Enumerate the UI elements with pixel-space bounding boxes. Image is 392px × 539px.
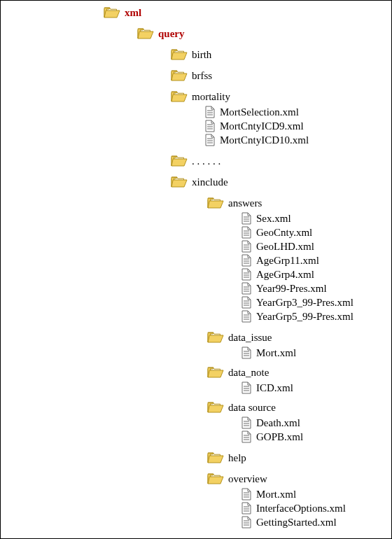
folder-label: . . . . . .: [192, 156, 220, 167]
file-icon: [241, 268, 252, 281]
file-label: MortSelection.xml: [220, 107, 299, 118]
file-label: Sex.xml: [256, 214, 291, 224]
file-geolhd[interactable]: GeoLHD.xml: [241, 239, 314, 254]
file-death[interactable]: Death.xml: [241, 415, 300, 430]
file-icon: [241, 296, 252, 309]
file-yeargrp3[interactable]: YearGrp3_99-Pres.xml: [241, 295, 354, 310]
file-label: YearGrp5_99-Pres.xml: [256, 312, 354, 322]
file-gettingstarted[interactable]: GettingStarted.xml: [241, 514, 337, 530]
file-icon: [204, 134, 216, 146]
folder-xinclude[interactable]: xinclude: [171, 174, 228, 190]
folder-open-icon: [207, 366, 224, 379]
file-label: GettingStarted.xml: [256, 517, 337, 528]
folder-label: query: [158, 29, 185, 39]
file-icon: [241, 282, 252, 295]
file-label: InterfaceOptions.xml: [256, 503, 346, 514]
file-label: Mort.xml: [256, 348, 296, 358]
file-label: Death.xml: [256, 418, 300, 428]
file-label: MortCntyICD9.xml: [220, 121, 304, 132]
folder-help[interactable]: help: [207, 450, 246, 465]
file-label: YearGrp3_99-Pres.xml: [256, 298, 354, 308]
folder-open-icon: [207, 331, 224, 344]
file-mortcntyicd10[interactable]: MortCntyICD10.xml: [204, 132, 309, 148]
file-label: GOPB.xml: [256, 432, 303, 442]
folder-label: data_issue: [228, 332, 272, 343]
file-icon: [241, 254, 252, 267]
file-icon: [241, 212, 252, 225]
folder-overview[interactable]: overview: [207, 471, 267, 486]
folder-brfss[interactable]: brfss: [171, 68, 212, 83]
file-label: MortCntyICD10.xml: [220, 135, 309, 146]
file-sex[interactable]: Sex.xml: [241, 211, 291, 226]
folder-data-issue[interactable]: data_issue: [207, 330, 272, 345]
file-icon: [241, 226, 252, 239]
file-icon: [241, 488, 252, 500]
file-icon: [241, 346, 252, 359]
file-label: Mort.xml: [256, 489, 296, 500]
folder-birth[interactable]: birth: [171, 47, 211, 62]
file-icon: [241, 502, 252, 514]
folder-label: brfss: [192, 71, 212, 81]
folder-label: xinclude: [192, 177, 228, 188]
file-interfaceoptions[interactable]: InterfaceOptions.xml: [241, 500, 346, 516]
file-yeargrp5[interactable]: YearGrp5_99-Pres.xml: [241, 309, 354, 324]
file-mortcntyicd9[interactable]: MortCntyICD9.xml: [204, 118, 304, 134]
file-geocnty[interactable]: GeoCnty.xml: [241, 225, 312, 240]
folder-data-source[interactable]: data source: [207, 400, 276, 415]
folder-answers[interactable]: answers: [207, 195, 262, 211]
file-mort-overview[interactable]: Mort.xml: [241, 486, 296, 502]
folder-label: help: [228, 453, 246, 463]
folder-label: answers: [228, 198, 262, 209]
file-agegrp11[interactable]: AgeGrp11.xml: [241, 253, 319, 268]
folder-open-icon: [137, 27, 154, 40]
file-icon: [241, 416, 252, 429]
file-icon: [241, 240, 252, 253]
folder-open-icon: [207, 472, 224, 485]
file-icon: [241, 430, 252, 443]
folder-open-icon: [207, 197, 224, 209]
folder-label: data source: [228, 402, 276, 413]
file-year99pres[interactable]: Year99-Pres.xml: [241, 281, 327, 296]
folder-open-icon: [171, 48, 188, 61]
file-icd[interactable]: ICD.xml: [241, 380, 293, 396]
file-label: GeoCnty.xml: [256, 227, 312, 238]
folder-label: data_note: [228, 368, 269, 378]
folder-open-icon: [171, 176, 188, 188]
file-mortselection[interactable]: MortSelection.xml: [204, 104, 299, 120]
tree-container: xml query birth brfss mortality MortSele…: [0, 0, 392, 539]
file-label: Year99-Pres.xml: [256, 284, 327, 294]
file-label: ICD.xml: [256, 383, 293, 393]
file-icon: [241, 516, 252, 528]
file-gopb[interactable]: GOPB.xml: [241, 429, 303, 444]
file-agegrp4[interactable]: AgeGrp4.xml: [241, 267, 314, 282]
file-icon: [204, 106, 216, 118]
folder-open-icon: [171, 155, 188, 167]
file-icon: [241, 382, 252, 394]
folder-open-icon: [207, 401, 224, 414]
folder-open-icon: [207, 451, 224, 464]
folder-label: xml: [125, 8, 141, 18]
folder-open-icon: [171, 69, 188, 82]
folder-open-icon: [171, 90, 188, 103]
folder-label: overview: [228, 474, 267, 484]
folder-xml[interactable]: xml: [104, 5, 141, 20]
folder-data-note[interactable]: data_note: [207, 365, 269, 380]
file-icon: [204, 120, 216, 132]
folder-open-icon: [104, 6, 120, 19]
file-label: AgeGrp4.xml: [256, 270, 314, 280]
file-label: GeoLHD.xml: [256, 241, 314, 252]
folder-label: mortality: [192, 92, 230, 102]
folder-query[interactable]: query: [137, 26, 185, 41]
folder-label: birth: [192, 50, 211, 60]
file-mort[interactable]: Mort.xml: [241, 345, 296, 360]
folder-mortality[interactable]: mortality: [171, 89, 230, 104]
file-label: AgeGrp11.xml: [256, 255, 319, 266]
file-icon: [241, 310, 252, 323]
folder-ellipsis[interactable]: . . . . . .: [171, 153, 220, 169]
